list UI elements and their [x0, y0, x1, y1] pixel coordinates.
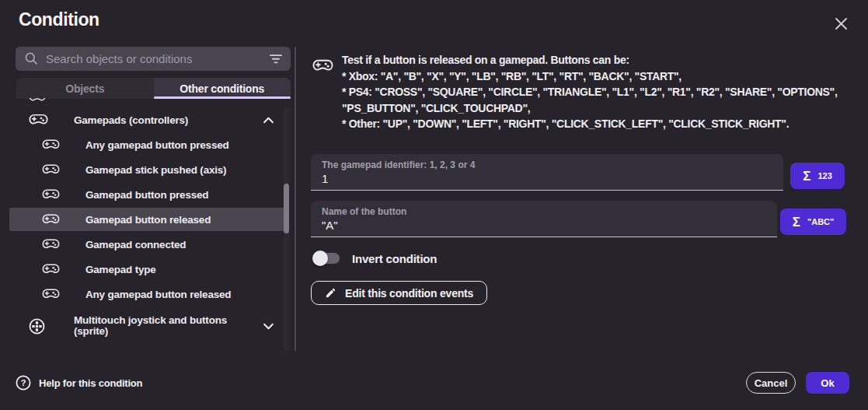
list-item-gamepad-button-released-selected[interactable]: Gamepad button released — [9, 208, 284, 231]
list-item-label: Gamepad button pressed — [85, 189, 208, 201]
help-icon: ? — [16, 375, 31, 391]
gamepad-icon — [312, 59, 333, 75]
expression-editor-string-button[interactable]: Σ "ABC" — [780, 209, 846, 235]
list-item-any-gamepad-button-pressed[interactable]: Any gamepad button pressed — [9, 132, 284, 157]
multitouch-joystick-icon — [29, 318, 45, 335]
conditions-list: Gamepads (controllers) Any gamepad butto… — [9, 107, 284, 345]
button-name-field: Name of the button — [311, 201, 777, 237]
list-group-label: Multitouch joystick and buttons (sprite) — [74, 315, 260, 338]
gamepad-icon — [42, 214, 60, 225]
button-name-input[interactable] — [322, 219, 766, 232]
tab-bar: Objects Other conditions — [16, 78, 291, 99]
invert-condition-row: Invert condition — [312, 251, 437, 266]
sigma-icon: Σ — [793, 216, 800, 229]
sigma-icon: Σ — [803, 170, 810, 183]
invert-condition-label: Invert condition — [352, 252, 437, 265]
expression-editor-number-button[interactable]: Σ 123 — [790, 163, 845, 189]
list-item-gamepad-type[interactable]: Gamepad type — [9, 257, 284, 282]
search-input[interactable] — [46, 52, 269, 65]
gamepad-icon — [42, 239, 60, 250]
gamepad-icon — [42, 139, 60, 150]
gamepad-identifier-input[interactable] — [322, 172, 772, 185]
description-line: * Xbox: "A", "B", "X", "Y", "LB", "RB", … — [342, 68, 855, 85]
edit-condition-events-button[interactable]: Edit this condition events — [311, 281, 487, 305]
list-item-label: Gamepad stick pushed (axis) — [85, 164, 226, 176]
description-line: Test if a button is released on a gamepa… — [342, 52, 855, 68]
list-item-any-gamepad-button-released[interactable]: Any gamepad button released — [9, 282, 284, 307]
help-link-label: Help for this condition — [39, 377, 142, 389]
edit-condition-events-label: Edit this condition events — [345, 287, 473, 300]
gamepad-icon — [29, 114, 48, 126]
list-item-gamepad-button-pressed[interactable]: Gamepad button pressed — [9, 182, 284, 207]
list-group-gamepads[interactable]: Gamepads (controllers) — [9, 107, 284, 132]
search-bar — [16, 47, 291, 71]
gamepad-identifier-field: The gamepad identifier: 1, 2, 3 or 4 — [311, 154, 783, 191]
list-item-gamepad-connected[interactable]: Gamepad connected — [9, 232, 284, 257]
close-icon — [834, 16, 849, 31]
button-name-label: Name of the button — [322, 206, 766, 217]
number-type-tag: 123 — [817, 171, 831, 180]
chevron-down-icon[interactable] — [263, 323, 274, 330]
tab-objects[interactable]: Objects — [16, 78, 154, 99]
list-item-label: Any gamepad button released — [85, 289, 231, 300]
list-item-label: Gamepad button released — [85, 214, 211, 226]
list-item-label: Gamepad type — [85, 264, 156, 275]
condition-dialog: Condition Objects Other conditions — [0, 0, 868, 410]
tab-objects-label: Objects — [65, 82, 104, 95]
close-button[interactable] — [828, 11, 853, 36]
list-item-gamepad-stick-pushed[interactable]: Gamepad stick pushed (axis) — [9, 157, 284, 182]
toggle-knob — [312, 251, 328, 266]
gamepad-icon — [42, 164, 60, 175]
tab-other-conditions-label: Other conditions — [180, 82, 264, 95]
description-line: * PS4: "CROSS", "SQUARE", "CIRCLE", "TRI… — [342, 84, 855, 100]
list-group-multitouch-joystick[interactable]: Multitouch joystick and buttons (sprite) — [9, 307, 284, 345]
list-item-label: Gamepad connected — [85, 239, 186, 251]
search-icon — [24, 51, 39, 66]
filter-icon[interactable] — [269, 54, 283, 65]
list-item-label: Any gamepad button pressed — [85, 139, 229, 151]
tab-other-conditions[interactable]: Other conditions — [154, 78, 291, 99]
gamepad-icon — [42, 264, 60, 275]
pencil-icon — [325, 287, 336, 299]
svg-text:?: ? — [21, 378, 26, 387]
description-line: "PS_BUTTON", "CLICK_TOUCHPAD", — [342, 100, 855, 117]
ok-button[interactable]: Ok — [806, 372, 849, 394]
chevron-up-icon[interactable] — [263, 117, 274, 124]
gamepad-identifier-label: The gamepad identifier: 1, 2, 3 or 4 — [322, 159, 772, 170]
cancel-button[interactable]: Cancel — [746, 372, 796, 394]
invert-condition-toggle[interactable] — [312, 251, 340, 266]
clipped-list-item-partial — [29, 98, 47, 103]
help-link[interactable]: ? Help for this condition — [16, 375, 142, 391]
description-line: * Other: "UP", "DOWN", "LEFT", "RIGHT", … — [342, 116, 855, 132]
gamepad-icon — [42, 289, 60, 300]
list-group-label: Gamepads (controllers) — [74, 114, 188, 126]
condition-description: Test if a button is released on a gamepa… — [342, 52, 855, 132]
panel-divider — [295, 47, 296, 351]
dialog-title: Condition — [19, 9, 99, 30]
string-type-tag: "ABC" — [807, 217, 834, 226]
gamepad-icon — [42, 189, 60, 200]
list-scrollbar-thumb[interactable] — [284, 184, 289, 233]
